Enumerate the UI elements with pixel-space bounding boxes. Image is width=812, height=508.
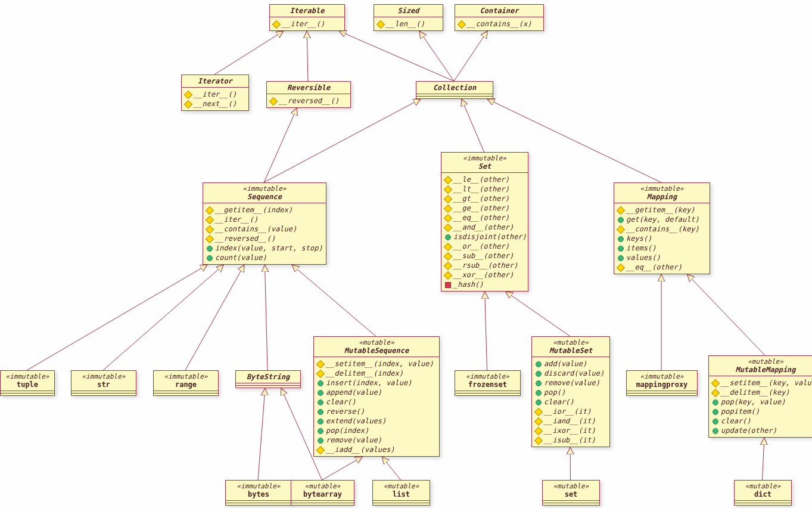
class-header: «immutable»mappingproxy xyxy=(627,371,697,391)
stereotype: «immutable» xyxy=(619,185,705,193)
class-header: Iterator xyxy=(182,75,248,88)
visibility-icon xyxy=(444,271,452,280)
class-header: Reversible xyxy=(267,82,350,94)
class-name: Container xyxy=(460,7,539,15)
inheritance-edge xyxy=(185,265,244,370)
class-header: Container xyxy=(455,5,543,17)
class-name: Sequence xyxy=(208,193,321,201)
method: count(value) xyxy=(207,253,322,262)
class-name: Reversible xyxy=(272,83,346,92)
class-name: Collection xyxy=(421,83,488,92)
visibility-icon xyxy=(618,236,624,242)
method: __len__() xyxy=(378,19,439,29)
class-header: «mutable»MutableSequence xyxy=(314,337,439,357)
class-name: MutableMapping xyxy=(714,365,812,374)
visibility-icon xyxy=(207,246,213,252)
method: __setitem__(key, value) xyxy=(713,378,812,388)
method-list: __iter__()__next__() xyxy=(182,88,248,110)
class-range: «immutable»range xyxy=(153,370,219,396)
class-header: «immutable»Set xyxy=(441,153,528,173)
method: __iter__() xyxy=(273,19,341,29)
visibility-icon xyxy=(318,438,323,444)
method: __delitem__(key) xyxy=(713,388,812,397)
method: __iter__() xyxy=(185,89,245,99)
class-name: mappingproxy xyxy=(631,380,692,389)
visibility-icon xyxy=(536,399,542,405)
visibility-icon xyxy=(617,206,625,215)
method-list: __reversed__() xyxy=(267,94,350,107)
stereotype: «mutable» xyxy=(319,339,434,346)
visibility-icon xyxy=(711,389,720,397)
visibility-icon xyxy=(318,419,323,425)
visibility-icon xyxy=(618,217,624,223)
method-list: __setitem__(index, value)__delitem__(ind… xyxy=(314,357,439,456)
uml-diagram: Iterable__iter__()Sized__len__()Containe… xyxy=(0,0,812,508)
visibility-icon xyxy=(272,20,281,29)
method-list: __iter__() xyxy=(270,17,344,30)
inheritance-edge xyxy=(339,31,454,81)
class-header: «mutable»MutableSet xyxy=(532,337,609,357)
method: __contains__(value) xyxy=(207,224,322,234)
visibility-icon xyxy=(618,255,624,261)
class-header: «mutable»bytearray xyxy=(291,481,354,501)
inheritance-edge xyxy=(103,265,224,370)
method: __and__(other) xyxy=(445,222,524,232)
class-name: frozenset xyxy=(460,380,515,389)
inheritance-edge xyxy=(258,388,265,480)
visibility-icon xyxy=(713,409,718,415)
class-container: Container__contains__(x) xyxy=(455,4,544,31)
method: __sub__(other) xyxy=(445,251,524,261)
inheritance-edge xyxy=(265,265,268,370)
class-name: Set xyxy=(446,162,523,171)
method: popitem() xyxy=(713,407,812,416)
class-header: «immutable»bytes xyxy=(226,481,291,501)
method: __gt__(other) xyxy=(445,194,524,203)
class-name: tuple xyxy=(5,380,49,389)
method: __ior__(it) xyxy=(536,407,606,416)
method-list: __getitem__(key)get(key, default)__conta… xyxy=(614,203,710,274)
visibility-icon xyxy=(207,255,213,261)
visibility-icon xyxy=(711,379,720,388)
inheritance-edge xyxy=(462,99,484,152)
class-header: «mutable»set xyxy=(543,481,599,501)
stereotype: «immutable» xyxy=(208,185,321,193)
method: __getitem__(key) xyxy=(618,205,706,215)
visibility-icon xyxy=(206,235,214,243)
visibility-icon xyxy=(444,214,452,222)
class-header: «immutable»tuple xyxy=(1,371,54,391)
class-header: ByteString xyxy=(236,371,300,383)
method-list: __contains__(x) xyxy=(455,17,543,30)
method: values() xyxy=(618,253,706,262)
stereotype: «immutable» xyxy=(76,373,131,380)
method: __getitem__(index) xyxy=(207,205,322,215)
visibility-icon xyxy=(318,380,323,386)
visibility-icon xyxy=(444,262,452,270)
visibility-icon xyxy=(316,370,325,378)
visibility-icon xyxy=(269,97,278,106)
class-mapping: «immutable»Mapping__getitem__(key)get(ke… xyxy=(614,182,710,274)
class-sequence: «immutable»Sequence__getitem__(index)__i… xyxy=(203,182,326,265)
separator xyxy=(373,503,430,505)
method: __reversed__() xyxy=(270,96,347,106)
method-list: __setitem__(key, value)__delitem__(key)p… xyxy=(709,376,812,437)
visibility-icon xyxy=(206,216,214,224)
method: __le__(other) xyxy=(445,175,524,184)
class-header: «immutable»frozenset xyxy=(455,371,520,391)
visibility-icon xyxy=(444,176,452,184)
inheritance-edge xyxy=(322,457,363,480)
visibility-icon xyxy=(444,243,452,251)
class-mappingproxy: «immutable»mappingproxy xyxy=(626,370,698,396)
class-header: «immutable»Sequence xyxy=(203,183,326,203)
method: __or__(other) xyxy=(445,241,524,251)
class-name: Iterator xyxy=(186,77,244,85)
class-name: range xyxy=(158,380,213,389)
class-header: «immutable»str xyxy=(71,371,136,391)
class-name: set xyxy=(547,490,595,498)
visibility-icon xyxy=(534,408,543,416)
class-reversible: Reversible__reversed__() xyxy=(266,81,351,108)
class-mutset: «mutable»MutableSetadd(value)discard(val… xyxy=(531,336,610,447)
method: isdisjoint(other) xyxy=(445,232,524,241)
visibility-icon xyxy=(458,20,466,29)
inheritance-edge xyxy=(307,31,308,81)
method: __isub__(it) xyxy=(536,435,606,445)
